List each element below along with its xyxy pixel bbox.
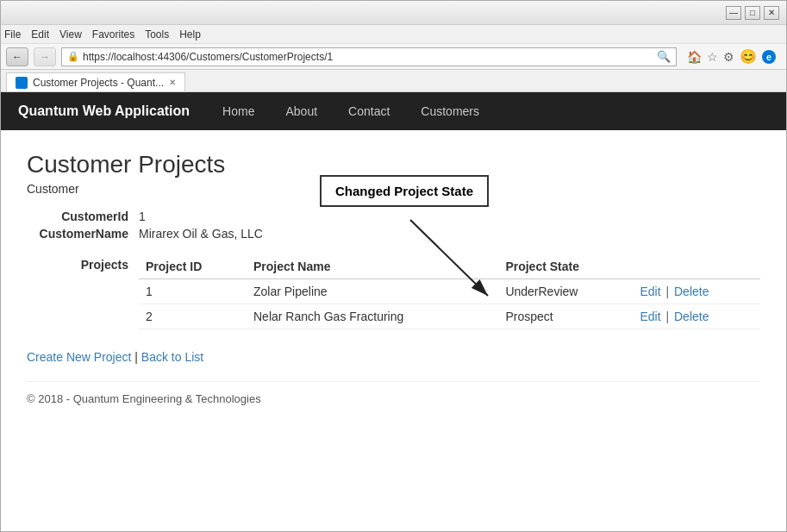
projects-section: Projects Project ID Project Name Project… xyxy=(27,254,760,329)
browser-window: — □ ✕ File Edit View Favorites Tools Hel… xyxy=(0,0,787,532)
col-project-id: Project ID xyxy=(139,254,247,279)
address-bar[interactable]: 🔒 https://localhost:44306/Customers/Cust… xyxy=(61,47,677,66)
customer-name-row: CustomerName Mirarex Oil & Gas, LLC xyxy=(27,227,760,241)
create-new-project-link[interactable]: Create New Project xyxy=(27,350,131,364)
app-brand: Quantum Web Application xyxy=(18,103,190,119)
callout-text: Changed Project State xyxy=(335,184,473,198)
delete-link[interactable]: Delete xyxy=(674,285,709,298)
back-to-list-link[interactable]: Back to List xyxy=(141,350,203,364)
cell-project-state: Prospect xyxy=(498,304,633,329)
cell-project-name: Zolar Pipeline xyxy=(247,279,498,304)
nav-link-home[interactable]: Home xyxy=(215,101,261,122)
lock-icon: 🔒 xyxy=(67,51,79,62)
customer-detail: CustomerId 1 CustomerName Mirarex Oil & … xyxy=(27,210,760,241)
menu-bar: File Edit View Favorites Tools Help xyxy=(1,25,786,44)
customer-name-value: Mirarex Oil & Gas, LLC xyxy=(139,227,263,241)
customer-id-row: CustomerId 1 xyxy=(27,210,760,223)
tab-favicon xyxy=(16,77,28,89)
cell-project-state: UnderReview xyxy=(498,279,633,304)
minimize-button[interactable]: — xyxy=(726,6,741,20)
close-button[interactable]: ✕ xyxy=(764,6,779,20)
nav-link-about[interactable]: About xyxy=(278,101,324,122)
delete-link[interactable]: Delete xyxy=(674,310,709,323)
ie-icon: e xyxy=(762,50,776,64)
refresh-icon[interactable]: 🔍 xyxy=(657,50,671,63)
tab-close-button[interactable]: ✕ xyxy=(169,78,176,87)
projects-table-wrap: Project ID Project Name Project State 1 … xyxy=(139,254,760,329)
title-bar-buttons: — □ ✕ xyxy=(726,6,779,20)
favorites-icon[interactable]: ☆ xyxy=(707,50,718,64)
col-project-state: Project State xyxy=(498,254,633,279)
callout-box: Changed Project State xyxy=(320,175,489,207)
menu-edit[interactable]: Edit xyxy=(31,28,49,41)
smiley-icon: 😊 xyxy=(740,48,757,65)
table-header: Project ID Project Name Project State xyxy=(139,254,760,279)
menu-file[interactable]: File xyxy=(4,28,21,41)
forward-button[interactable]: → xyxy=(34,47,56,66)
edit-link[interactable]: Edit xyxy=(640,310,660,323)
table-row: 1 Zolar Pipeline UnderReview Edit | Dele… xyxy=(139,279,760,304)
back-button[interactable]: ← xyxy=(6,47,28,66)
customer-id-label: CustomerId xyxy=(27,210,139,223)
nav-link-customers[interactable]: Customers xyxy=(414,101,486,122)
content-area: Customer Projects Customer Changed Proje… xyxy=(1,130,786,531)
restore-button[interactable]: □ xyxy=(745,6,760,20)
projects-label: Projects xyxy=(27,254,139,329)
tab-bar: Customer Projects - Quant... ✕ xyxy=(1,70,786,92)
cell-actions: Edit | Delete xyxy=(633,304,760,329)
nav-link-contact[interactable]: Contact xyxy=(341,101,397,122)
app-nav: Quantum Web Application Home About Conta… xyxy=(1,92,786,130)
edit-link[interactable]: Edit xyxy=(640,285,660,298)
active-tab[interactable]: Customer Projects - Quant... ✕ xyxy=(6,72,185,91)
menu-view[interactable]: View xyxy=(59,28,82,41)
home-icon[interactable]: 🏠 xyxy=(687,50,702,64)
projects-table: Project ID Project Name Project State 1 … xyxy=(139,254,760,329)
url-text: https://localhost:44306/Customers/Custom… xyxy=(83,51,333,63)
table-body: 1 Zolar Pipeline UnderReview Edit | Dele… xyxy=(139,279,760,329)
copyright-text: © 2018 - Quantum Engineering & Technolog… xyxy=(27,392,261,405)
col-actions xyxy=(633,254,760,279)
action-separator: | xyxy=(663,285,672,298)
col-project-name: Project Name xyxy=(247,254,498,279)
cell-project-id: 1 xyxy=(139,279,247,304)
cell-project-name: Nelar Ranch Gas Fracturing xyxy=(247,304,498,329)
footer-separator: | xyxy=(134,350,141,364)
menu-help[interactable]: Help xyxy=(179,28,201,41)
action-separator: | xyxy=(663,310,672,323)
address-bar-row: ← → 🔒 https://localhost:44306/Customers/… xyxy=(1,44,786,70)
tab-label: Customer Projects - Quant... xyxy=(33,77,164,89)
footer-links: Create New Project | Back to List xyxy=(27,350,760,364)
cell-project-id: 2 xyxy=(139,304,247,329)
title-bar: — □ ✕ xyxy=(1,1,786,25)
copyright: © 2018 - Quantum Engineering & Technolog… xyxy=(27,381,760,405)
menu-tools[interactable]: Tools xyxy=(145,28,169,41)
customer-name-label: CustomerName xyxy=(27,227,139,241)
menu-favorites[interactable]: Favorites xyxy=(92,28,134,41)
cell-actions: Edit | Delete xyxy=(633,279,760,304)
settings-icon[interactable]: ⚙ xyxy=(723,50,734,64)
table-row: 2 Nelar Ranch Gas Fracturing Prospect Ed… xyxy=(139,304,760,329)
customer-id-value: 1 xyxy=(139,210,146,223)
